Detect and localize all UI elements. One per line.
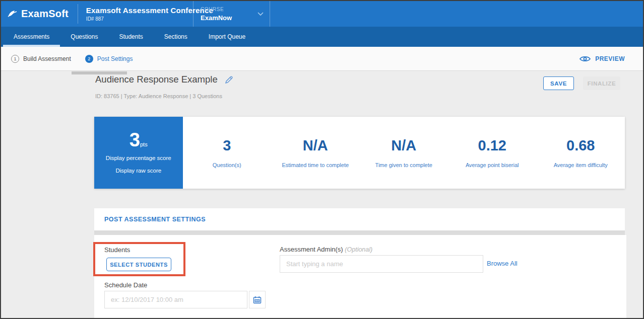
stat-label: Average item difficulty	[554, 162, 608, 168]
students-label: Students	[104, 246, 130, 254]
course-label: COURSE	[201, 7, 263, 12]
calendar-picker-button[interactable]	[249, 291, 266, 308]
nav-tab-assessments[interactable]: Assessments	[3, 27, 60, 47]
score-value: 3pts	[130, 129, 148, 151]
wizard-steps-bar: 1 Build Assessment 2 Post Settings PREVI…	[1, 47, 643, 71]
assessment-title-row: Audience Response Example	[95, 74, 233, 85]
step1-label: Build Assessment	[23, 55, 71, 62]
calendar-icon	[253, 296, 262, 304]
stat-card-time-given: N/A Time given to complete	[360, 117, 448, 189]
stat-value: N/A	[391, 137, 416, 154]
nav-tab-import-queue[interactable]: Import Queue	[198, 27, 256, 47]
app-window: ExamSoft Examsoft Assessment Conference …	[0, 0, 644, 319]
stat-label: Time given to complete	[375, 162, 432, 168]
stat-label: Estimated time to complete	[282, 162, 349, 168]
top-header: ExamSoft Examsoft Assessment Conference …	[1, 1, 643, 27]
schedule-date-label: Schedule Date	[104, 281, 147, 289]
stat-card-estimated-time: N/A Estimated time to complete	[271, 117, 360, 189]
score-line1: Display percentage score	[106, 153, 171, 164]
step-build-assessment[interactable]: 1 Build Assessment	[11, 55, 71, 63]
main-nav: Assessments Questions Students Sections …	[1, 27, 643, 47]
stat-card-item-difficulty: 0.68 Average item difficulty	[537, 117, 625, 189]
assessment-meta: ID: 83765 | Type: Audience Response | 3 …	[95, 93, 222, 99]
admins-label: Assessment Admin(s) (Optional)	[280, 246, 372, 253]
score-line2: Display raw score	[115, 166, 161, 176]
section-title: POST ASSESSMENT SETTINGS	[104, 216, 206, 223]
nav-tab-questions[interactable]: Questions	[60, 27, 108, 47]
stat-value: 3	[223, 137, 231, 154]
page-title: Audience Response Example	[95, 74, 218, 85]
browse-all-link[interactable]: Browse All	[487, 260, 518, 267]
edit-pencil-icon[interactable]	[225, 75, 233, 84]
stat-card-score[interactable]: 3pts Display percentage score Display ra…	[94, 117, 183, 189]
step2-label: Post Settings	[97, 55, 133, 62]
assessment-stats-panel: 3pts Display percentage score Display ra…	[94, 117, 625, 189]
select-students-button[interactable]: SELECT STUDENTS	[106, 258, 171, 271]
step2-number: 2	[85, 55, 93, 63]
eye-icon	[579, 55, 591, 62]
stat-value: 0.68	[566, 137, 595, 154]
schedule-date-input[interactable]	[104, 291, 247, 308]
stat-card-questions: 3 Question(s)	[183, 117, 272, 189]
admins-input[interactable]	[280, 255, 483, 273]
nav-tab-students[interactable]: Students	[108, 27, 153, 47]
step-post-settings[interactable]: 2 Post Settings	[85, 55, 133, 63]
post-settings-form: Students SELECT STUDENTS Assessment Admi…	[94, 235, 626, 319]
nav-tab-sections[interactable]: Sections	[154, 27, 198, 47]
stat-value: N/A	[303, 137, 328, 154]
finalize-button[interactable]: FINALIZE	[583, 76, 620, 90]
stat-label: Average point biserial	[466, 162, 519, 168]
section-divider	[94, 230, 625, 235]
stat-card-point-biserial: 0.12 Average point biserial	[448, 117, 537, 189]
step1-number: 1	[11, 55, 19, 63]
save-button[interactable]: SAVE	[543, 76, 574, 90]
stat-value: 0.12	[478, 137, 506, 154]
logo-text: ExamSoft	[21, 8, 69, 20]
preview-label: PREVIEW	[595, 55, 625, 62]
course-dropdown[interactable]: COURSE ExamNow	[193, 1, 270, 27]
admins-optional-label: (Optional)	[345, 246, 372, 253]
course-value: ExamNow	[201, 14, 263, 22]
stat-label: Question(s)	[213, 162, 241, 168]
leaf-logo-icon	[7, 9, 18, 20]
examsoft-logo[interactable]: ExamSoft	[1, 1, 78, 27]
chevron-down-icon	[257, 12, 264, 16]
preview-button[interactable]: PREVIEW	[579, 55, 625, 62]
post-settings-section-header: POST ASSESSMENT SETTINGS	[94, 208, 625, 230]
score-unit: pts	[140, 141, 148, 147]
